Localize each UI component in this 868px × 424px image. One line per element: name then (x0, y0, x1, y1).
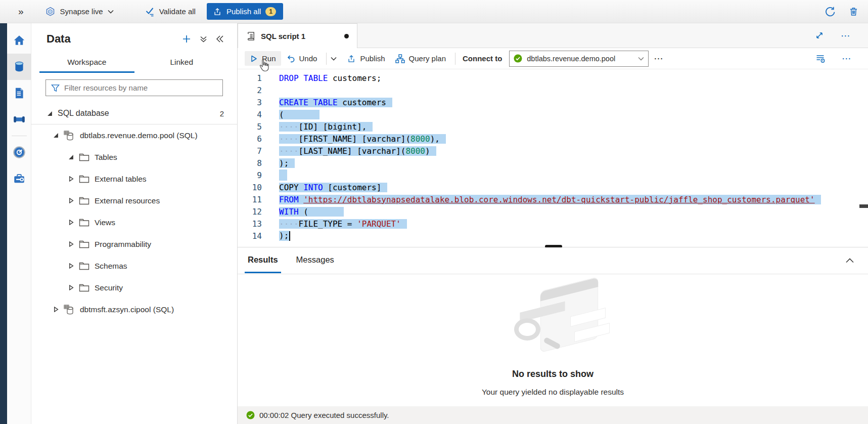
code-text: ····[FIRST_NAME] [varchar](8000), (279, 134, 446, 144)
tree-label: Schemas (95, 262, 127, 271)
triangle-collapsed-icon[interactable] (68, 263, 74, 269)
tree-node-security[interactable]: Security (31, 277, 237, 299)
data-cylinder-icon (12, 60, 26, 74)
publish-count-badge: 1 (265, 7, 276, 16)
code-line-6: 6····[FIRST_NAME] [varchar](8000), (238, 133, 868, 145)
folder-icon (79, 196, 89, 205)
rail-item-develop[interactable] (7, 80, 31, 106)
line-number: 11 (238, 195, 262, 204)
line-number: 4 (238, 110, 262, 119)
tab-results[interactable]: Results (245, 248, 281, 273)
triangle-collapsed-icon[interactable] (68, 176, 74, 182)
toolbar-right-ellipsis-icon[interactable]: ⋯ (837, 53, 857, 64)
line-number: 8 (238, 158, 262, 168)
rail-item-data[interactable] (7, 54, 31, 80)
pool-selector-dropdown[interactable]: dbtlabs.revenue.demo.pool (509, 51, 649, 67)
rail-item-integrate[interactable] (7, 106, 31, 133)
toolbar-separator (455, 53, 455, 65)
folder-icon (79, 262, 89, 270)
filter-resources-input[interactable] (64, 83, 217, 92)
tree-label: dbtmsft.azsyn.cipool (SQL) (80, 305, 174, 314)
mode-selector[interactable]: Synapse live (45, 6, 114, 17)
status-message: 00:00:02 Query executed successfully. (259, 411, 389, 419)
sql-pool-icon (64, 305, 75, 315)
tree-node-dbtmsft-azsyn-cipool-sql-[interactable]: dbtmsft.azsyn.cipool (SQL) (31, 299, 237, 320)
tree-node-schemas[interactable]: Schemas (31, 255, 237, 277)
collapse-panel-icon[interactable] (216, 35, 224, 43)
line-number: 3 (238, 98, 262, 107)
tree-node-external-tables[interactable]: External tables (31, 168, 237, 190)
data-panel-title: Data (47, 32, 71, 46)
sql-pool-icon (64, 131, 75, 141)
run-button[interactable]: Run (245, 51, 281, 66)
main-area: SQL script 1 ⋯ Run Undo Publish (238, 23, 868, 424)
tree-label: Views (95, 218, 115, 227)
triangle-collapsed-icon[interactable] (68, 198, 74, 203)
code-text: WITH ( (279, 207, 344, 217)
tree-node-dbtlabs-revenue-demo-pool-sql-[interactable]: dbtlabs.revenue.demo.pool (SQL) (31, 124, 237, 146)
collapse-results-chevron-up-icon[interactable] (846, 258, 854, 263)
undo-button[interactable]: Undo (281, 51, 323, 66)
tree-node-tables[interactable]: Tables (31, 146, 237, 168)
synapse-studio-window: » Synapse live Validate all Publish all … (0, 0, 868, 424)
tab-more-ellipsis-icon[interactable]: ⋯ (836, 30, 856, 41)
left-nav-strip (0, 23, 7, 424)
toolbar-more-ellipsis-icon[interactable]: ⋯ (649, 53, 669, 64)
tab-sql-script-1[interactable]: SQL script 1 (238, 23, 357, 48)
rail-item-home[interactable] (7, 27, 31, 54)
tab-workspace[interactable]: Workspace (39, 54, 134, 73)
tree-node-sql-database[interactable]: SQL database 2 (31, 103, 237, 124)
publish-button[interactable]: Publish (342, 51, 390, 66)
tree-node-views[interactable]: Views (31, 211, 237, 233)
publish-all-button[interactable]: Publish all 1 (207, 3, 283, 20)
code-line-12: 12WITH ( (238, 205, 868, 218)
sql-script-icon (246, 30, 256, 41)
tree-label: Security (95, 283, 123, 292)
tab-messages[interactable]: Messages (293, 248, 337, 273)
triangle-collapsed-icon[interactable] (68, 285, 74, 290)
code-line-8: 8); (238, 157, 868, 169)
double-chevron-down-icon[interactable] (200, 35, 207, 43)
sql-code-editor[interactable]: 1DROP TABLE customers;23CREATE TABLE cus… (238, 69, 868, 247)
view-settings-icon[interactable] (815, 54, 826, 63)
triangle-collapsed-icon[interactable] (68, 220, 74, 225)
triangle-expanded-icon[interactable] (68, 154, 74, 160)
data-panel: Data Workspace Linked SQL database 2 dbt… (31, 23, 238, 424)
code-line-7: 7····[LAST_NAME] [varchar](8000) (238, 145, 868, 157)
no-results-illustration (505, 281, 601, 362)
refresh-icon[interactable] (824, 6, 835, 17)
editor-toolbar: Run Undo Publish Query plan Connect to d… (238, 48, 868, 69)
code-text: ····[LAST_NAME] [varchar](8000) (279, 146, 436, 156)
discard-trash-icon[interactable] (848, 6, 859, 17)
chevron-down-icon (638, 57, 644, 61)
expand-nav-icon[interactable]: » (18, 6, 24, 17)
tree-node-external-resources[interactable]: External resources (31, 190, 237, 211)
code-text: ); (279, 231, 290, 241)
connect-to-label: Connect to (463, 54, 502, 63)
rail-item-monitor[interactable] (7, 139, 31, 165)
code-line-1: 1DROP TABLE customers; (238, 72, 868, 84)
tree-label: Tables (95, 153, 117, 162)
query-plan-button[interactable]: Query plan (390, 51, 451, 66)
triangle-expanded-icon[interactable] (53, 133, 59, 138)
rail-item-manage[interactable] (7, 165, 31, 192)
triangle-collapsed-icon[interactable] (53, 307, 59, 312)
tree-label: SQL database (58, 109, 109, 118)
editor-scrollbar-thumb[interactable] (859, 204, 868, 208)
triangle-collapsed-icon[interactable] (68, 241, 74, 247)
folder-icon (79, 240, 89, 248)
code-line-14: 14); (238, 230, 868, 242)
run-label: Run (262, 54, 276, 63)
query-plan-icon (395, 54, 405, 63)
triangle-expanded-icon[interactable] (47, 111, 53, 116)
tree-node-programmability[interactable]: Programmability (31, 233, 237, 255)
add-plus-icon[interactable] (182, 34, 191, 44)
tab-linked[interactable]: Linked (134, 54, 230, 73)
synapse-hexagon-icon (45, 6, 56, 17)
undo-dropdown-chevron-icon[interactable] (331, 57, 337, 61)
tab-title: SQL script 1 (261, 32, 339, 40)
line-number: 10 (238, 183, 262, 192)
code-text: FROM 'https://dbtlabsynapsedatalake.blob… (279, 195, 821, 204)
expand-editor-icon[interactable] (815, 31, 824, 39)
validate-all-button[interactable]: Validate all (145, 7, 196, 17)
